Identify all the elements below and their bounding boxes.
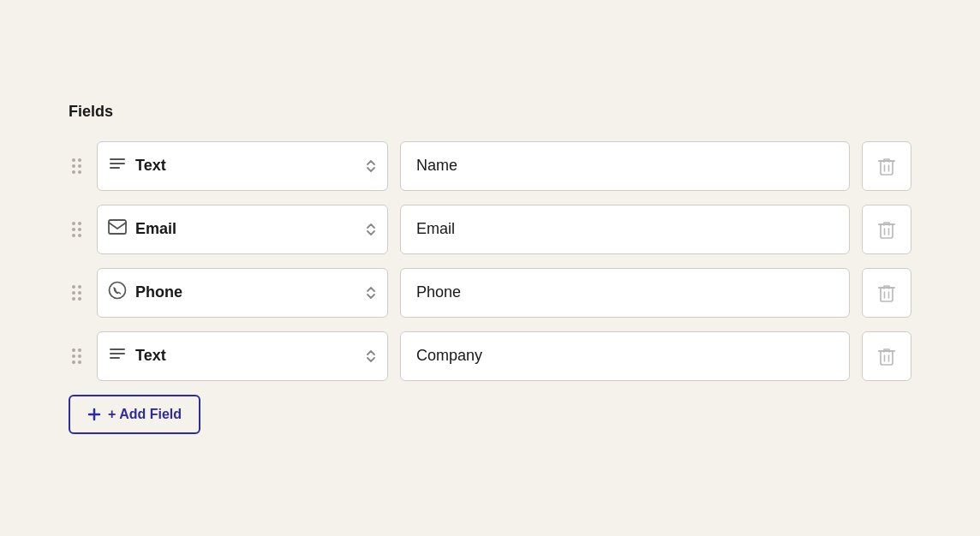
chevron-updown-icon [365,158,377,174]
field-name-input[interactable] [400,331,850,381]
type-selector[interactable]: Phone [97,268,388,318]
type-label: Phone [135,283,356,301]
fields-list: Text [69,141,911,381]
type-selector[interactable]: Text [97,331,388,381]
svg-rect-6 [109,220,126,234]
chevron-updown-icon [365,285,377,301]
chevron-updown-icon [365,348,377,364]
text-icon [108,154,127,177]
type-label: Text [135,157,356,175]
text-icon [108,344,127,363]
chevron-updown-icon [365,222,377,237]
fields-container: Fields Text [34,77,946,460]
drag-handle[interactable] [69,155,85,177]
phone-icon [108,281,127,300]
email-icon [108,218,127,240]
svg-point-10 [110,283,126,299]
delete-field-button[interactable] [862,141,911,191]
trash-icon [877,283,896,303]
text-icon [108,344,127,367]
delete-field-button[interactable] [862,205,911,254]
drag-handle[interactable] [69,218,85,241]
type-selector[interactable]: Email [97,205,388,254]
add-field-label: + Add Field [108,407,182,422]
field-row: Phone [69,268,911,318]
trash-icon [877,219,896,240]
field-name-input[interactable] [400,268,850,318]
field-row: Text [69,331,911,381]
email-icon [108,218,127,235]
type-selector[interactable]: Text [97,141,388,191]
trash-icon [877,156,896,176]
field-row: Text [69,141,911,191]
plus-icon [87,408,101,421]
chevron-updown-icon [365,285,377,301]
add-field-button[interactable]: + Add Field [69,395,200,434]
field-name-input[interactable] [400,205,850,254]
type-label: Email [135,220,356,238]
delete-field-button[interactable] [862,268,911,318]
type-label: Text [135,347,356,365]
text-icon [108,154,127,173]
drag-handle[interactable] [69,282,85,304]
delete-field-button[interactable] [862,331,911,381]
chevron-updown-icon [365,222,377,237]
chevron-updown-icon [365,348,377,364]
trash-icon [877,346,896,366]
phone-icon [108,281,127,304]
fields-title: Fields [69,103,911,121]
field-row: Email [69,205,911,254]
drag-handle[interactable] [69,345,85,367]
field-name-input[interactable] [400,141,850,191]
chevron-updown-icon [365,158,377,174]
